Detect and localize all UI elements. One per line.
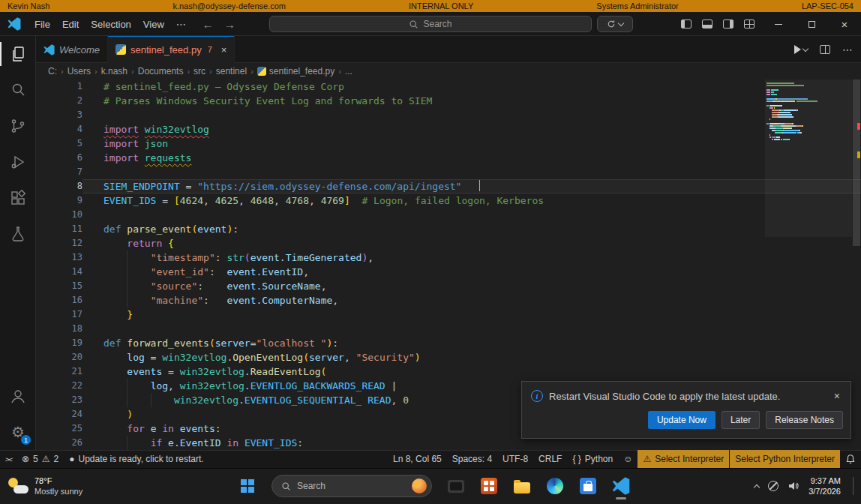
taskbar-app-store[interactable] bbox=[579, 477, 597, 495]
account-button[interactable] bbox=[0, 378, 36, 414]
line-number[interactable]: 18 bbox=[36, 322, 82, 336]
editor-more-actions-icon[interactable]: ⋯ bbox=[842, 44, 854, 56]
problems-indicator[interactable]: ⊗5 ⚠2 bbox=[16, 450, 64, 468]
notifications-bell[interactable] bbox=[840, 450, 861, 468]
menu-selection[interactable]: Selection bbox=[85, 16, 136, 32]
code-line[interactable]: 14 "event_id": event.EventID, bbox=[36, 265, 861, 279]
taskbar-search[interactable]: Search bbox=[272, 475, 432, 497]
line-number[interactable]: 6 bbox=[36, 151, 82, 165]
breadcrumb-item[interactable]: ... bbox=[345, 66, 352, 76]
activity-search[interactable] bbox=[0, 72, 36, 108]
line-number[interactable]: 17 bbox=[36, 308, 82, 322]
taskbar-app-vscode[interactable] bbox=[612, 477, 630, 495]
breadcrumb-item[interactable]: sentinel bbox=[216, 66, 247, 76]
code-line[interactable]: 13 "timestamp": str(event.TimeGenerated)… bbox=[36, 250, 861, 265]
breadcrumb-item[interactable]: src bbox=[194, 66, 206, 76]
select-python-interpreter[interactable]: Select Python Interpreter bbox=[730, 450, 840, 468]
line-number[interactable]: 4 bbox=[36, 122, 82, 136]
tab-welcome[interactable]: Welcome bbox=[36, 36, 108, 63]
code-line[interactable]: 18 bbox=[36, 322, 861, 336]
remote-indicator[interactable]: >< bbox=[0, 450, 16, 468]
scrollbar-thumb[interactable] bbox=[853, 80, 860, 246]
minimize-button[interactable] bbox=[762, 12, 795, 36]
line-number[interactable]: 3 bbox=[36, 108, 82, 122]
line-number[interactable]: 5 bbox=[36, 136, 82, 151]
breadcrumb-item[interactable]: k.nash bbox=[101, 66, 128, 76]
start-button[interactable] bbox=[238, 477, 256, 495]
encoding[interactable]: UTF-8 bbox=[497, 450, 533, 468]
menu-file[interactable]: File bbox=[28, 16, 56, 32]
line-number[interactable]: 9 bbox=[36, 194, 82, 208]
line-number[interactable]: 22 bbox=[36, 379, 82, 393]
line-number[interactable]: 23 bbox=[36, 393, 82, 407]
tray-chevron-up-icon[interactable] bbox=[754, 484, 760, 490]
sync-dropdown-button[interactable] bbox=[597, 16, 633, 32]
line-number[interactable]: 15 bbox=[36, 279, 82, 293]
code-line[interactable]: 2# Parses Windows Security Event Log and… bbox=[36, 94, 861, 108]
code-line[interactable]: 1# sentinel_feed.py — Odyssey Defense Co… bbox=[36, 80, 861, 94]
maximize-button[interactable] bbox=[795, 12, 828, 36]
taskbar-app-edge[interactable] bbox=[546, 477, 564, 495]
line-number[interactable]: 19 bbox=[36, 336, 82, 350]
select-interpreter-warning[interactable]: ⚠ Select Interpreter bbox=[638, 450, 729, 468]
toggle-panel-icon[interactable] bbox=[702, 20, 712, 28]
code-line[interactable]: 9EVENT_IDS = [4624, 4625, 4648, 4768, 47… bbox=[36, 194, 861, 208]
code-line[interactable]: 19def forward_events(server="localhost "… bbox=[36, 336, 861, 350]
notification-close-icon[interactable]: × bbox=[831, 390, 843, 402]
line-number[interactable]: 7 bbox=[36, 165, 82, 179]
code-line[interactable]: 11def parse_event(event): bbox=[36, 222, 861, 236]
line-number[interactable]: 13 bbox=[36, 250, 82, 265]
update-status[interactable]: ● Update is ready, click to restart. bbox=[64, 450, 208, 468]
line-number[interactable]: 25 bbox=[36, 422, 82, 436]
code-line[interactable]: 7 bbox=[36, 165, 861, 179]
line-number[interactable]: 2 bbox=[36, 94, 82, 108]
activity-explorer[interactable] bbox=[0, 36, 36, 72]
minimap-slider[interactable] bbox=[765, 80, 852, 237]
line-number[interactable]: 24 bbox=[36, 407, 82, 422]
toggle-secondary-sidebar-icon[interactable] bbox=[723, 20, 734, 28]
taskbar-app-m365[interactable] bbox=[480, 477, 498, 495]
code-line[interactable]: 20 log = win32evtlog.OpenEventLog(server… bbox=[36, 350, 861, 364]
activity-extensions[interactable] bbox=[0, 180, 36, 216]
breadcrumb-item[interactable]: sentinel_feed.py bbox=[257, 66, 334, 76]
do-not-disturb-icon[interactable] bbox=[768, 481, 778, 491]
code-line[interactable]: 21 events = win32evtlog.ReadEventLog( bbox=[36, 364, 861, 379]
line-number[interactable]: 12 bbox=[36, 236, 82, 250]
volume-icon[interactable] bbox=[788, 480, 800, 492]
line-number[interactable]: 21 bbox=[36, 364, 82, 379]
feedback-smiley-icon[interactable]: ☺ bbox=[618, 450, 638, 468]
code-line[interactable]: 6import requests bbox=[36, 151, 861, 165]
language-mode[interactable]: { } Python bbox=[567, 450, 618, 468]
cursor-position[interactable]: Ln 8, Col 65 bbox=[388, 450, 447, 468]
taskbar-clock[interactable]: 9:37 AM 3/7/2026 bbox=[808, 476, 841, 496]
tab-close-icon[interactable]: × bbox=[221, 44, 227, 56]
release-notes-button[interactable]: Release Notes bbox=[766, 411, 843, 429]
nav-back-icon[interactable]: ← bbox=[202, 18, 214, 31]
menu-view[interactable]: View bbox=[137, 16, 170, 32]
nav-forward-icon[interactable]: → bbox=[224, 18, 236, 31]
breadcrumb-item[interactable]: Documents bbox=[138, 66, 184, 76]
line-number[interactable]: 10 bbox=[36, 208, 82, 222]
line-number[interactable]: 26 bbox=[36, 436, 82, 450]
later-button[interactable]: Later bbox=[722, 411, 760, 429]
toggle-sidebar-icon[interactable] bbox=[681, 20, 692, 28]
code-line[interactable]: 4import win32evtlog bbox=[36, 122, 861, 136]
line-number[interactable]: 14 bbox=[36, 265, 82, 279]
tab-sentinel-feed[interactable]: sentinel_feed.py 7 × bbox=[108, 36, 235, 63]
code-line[interactable]: 5import json bbox=[36, 136, 861, 151]
code-line[interactable]: 12 return { bbox=[36, 236, 861, 250]
activity-source-control[interactable] bbox=[0, 108, 36, 144]
run-python-file-button[interactable] bbox=[794, 45, 808, 54]
weather-widget[interactable]: 78°F Mostly sunny bbox=[0, 476, 82, 496]
menu-overflow[interactable]: ⋯ bbox=[170, 16, 192, 32]
code-line[interactable]: 17 } bbox=[36, 308, 861, 322]
indentation[interactable]: Spaces: 4 bbox=[447, 450, 497, 468]
show-desktop-button[interactable] bbox=[853, 477, 854, 495]
split-editor-icon[interactable] bbox=[820, 45, 830, 54]
taskbar-app-monitor[interactable] bbox=[447, 477, 465, 495]
code-line[interactable]: 3 bbox=[36, 108, 861, 122]
breadcrumb-item[interactable]: C: bbox=[48, 66, 57, 76]
line-number[interactable]: 1 bbox=[36, 80, 82, 94]
line-number[interactable]: 20 bbox=[36, 350, 82, 364]
minimap[interactable] bbox=[766, 82, 850, 141]
